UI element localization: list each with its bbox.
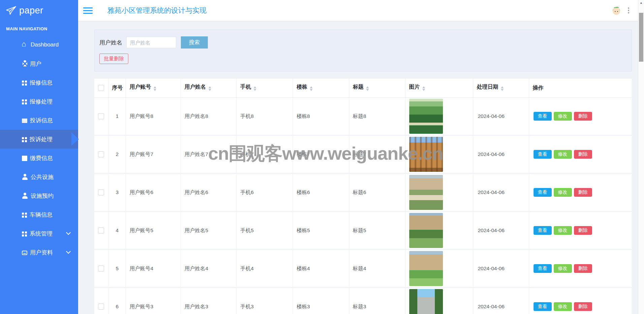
- sidebar-item-10[interactable]: 系统管理: [0, 224, 78, 243]
- user-avatar[interactable]: [611, 5, 622, 16]
- scrollbar-thumb[interactable]: [639, 13, 643, 62]
- search-input[interactable]: [126, 37, 176, 48]
- column-header-0: 序号: [108, 78, 126, 98]
- column-header-4[interactable]: 楼栋: [293, 78, 349, 98]
- grid-icon: [22, 213, 27, 218]
- page-scrollbar[interactable]: ▲: [638, 0, 644, 314]
- sidebar: paper MAIN NAVIGATION Dashboard用户报修信息报修处…: [0, 0, 78, 314]
- sidebar-item-6[interactable]: 缴费信息: [0, 149, 78, 167]
- sort-icon[interactable]: [254, 85, 256, 92]
- delete-button[interactable]: 删除: [574, 226, 592, 235]
- sidebar-item-label: 报修处理: [30, 98, 53, 105]
- cell-index: 5: [108, 250, 126, 288]
- cell-actions: 查看修改删除: [529, 250, 632, 288]
- select-all-checkbox[interactable]: [98, 85, 104, 91]
- view-button[interactable]: 查看: [534, 112, 552, 121]
- row-checkbox[interactable]: [98, 151, 104, 157]
- grid3-icon: [22, 156, 27, 161]
- kebab-menu-icon[interactable]: [626, 6, 631, 15]
- sidebar-item-9[interactable]: 车辆信息: [0, 205, 78, 224]
- batch-delete-button[interactable]: 批量删除: [99, 54, 128, 64]
- cell-phone: 手机4: [236, 250, 293, 288]
- sidebar-item-8[interactable]: 设施预约: [0, 186, 78, 205]
- table-row: 4用户账号5用户姓名5手机5楼栋5标题52024-04-06查看修改删除: [94, 212, 632, 250]
- column-header-7[interactable]: 处理日期: [473, 78, 529, 98]
- delete-button[interactable]: 删除: [574, 112, 592, 121]
- cell-account: 用户账号4: [126, 250, 181, 288]
- sidebar-item-11[interactable]: 用户资料: [0, 243, 78, 262]
- column-header-2[interactable]: 用户姓名: [181, 78, 236, 98]
- column-header-6[interactable]: 图片: [405, 78, 473, 98]
- row-checkbox[interactable]: [98, 265, 104, 272]
- cell-index: 2: [108, 135, 126, 174]
- sort-icon[interactable]: [501, 85, 504, 92]
- sidebar-item-4[interactable]: 投诉信息: [0, 111, 78, 130]
- grid-icon: [22, 231, 27, 237]
- sidebar-item-7[interactable]: 公共设施: [0, 167, 78, 186]
- sidebar-item-0[interactable]: Dashboard: [0, 35, 78, 54]
- cell-actions: 查看修改删除: [529, 135, 632, 174]
- column-header-5[interactable]: 标题: [349, 78, 405, 98]
- sort-icon[interactable]: [154, 85, 156, 92]
- view-button[interactable]: 查看: [534, 302, 552, 311]
- cell-account: 用户账号6: [126, 174, 181, 212]
- sidebar-item-5[interactable]: 投诉处理: [0, 130, 78, 149]
- sidebar-item-label: Dashboard: [31, 41, 59, 48]
- user-icon: [22, 174, 28, 180]
- column-header-3[interactable]: 手机: [236, 78, 293, 98]
- delete-button[interactable]: 删除: [574, 264, 592, 273]
- row-checkbox[interactable]: [98, 189, 104, 195]
- cell-date: 2024-04-06: [473, 135, 529, 174]
- logo-text: paper: [19, 5, 43, 16]
- edit-button[interactable]: 修改: [554, 226, 572, 235]
- edit-button[interactable]: 修改: [554, 112, 572, 121]
- cell-name: 用户姓名5: [181, 212, 236, 250]
- cell-title: 标题5: [349, 212, 405, 250]
- column-header-1[interactable]: 用户账号: [126, 78, 181, 98]
- row-checkbox[interactable]: [98, 227, 104, 233]
- sort-icon[interactable]: [366, 85, 369, 92]
- sidebar-item-2[interactable]: 报修信息: [0, 73, 78, 92]
- scrollbar-up-arrow-icon[interactable]: ▲: [638, 0, 644, 5]
- cell-photo: [405, 174, 473, 212]
- column-header-label: 手机: [240, 84, 251, 90]
- main-area: 雅苑小区管理系统的设计与实现 用户姓名 搜索 批量删除: [78, 0, 644, 314]
- table-header-row: 序号用户账号用户姓名手机楼栋标题图片处理日期操作: [94, 78, 632, 98]
- sort-icon[interactable]: [208, 85, 211, 92]
- sidebar-item-3[interactable]: 报修处理: [0, 92, 78, 111]
- sort-icon[interactable]: [422, 85, 425, 92]
- row-checkbox[interactable]: [98, 304, 104, 310]
- edit-button[interactable]: 修改: [554, 302, 572, 311]
- sidebar-item-label: 公共设施: [31, 173, 54, 181]
- cell-actions: 查看修改删除: [529, 212, 632, 250]
- cell-name: 用户姓名4: [181, 250, 236, 288]
- view-button[interactable]: 查看: [534, 264, 552, 273]
- delete-button[interactable]: 删除: [574, 150, 592, 159]
- orange-highrise-photo: [409, 137, 443, 172]
- sidebar-item-1[interactable]: 用户: [0, 54, 78, 73]
- list-icon: [22, 119, 27, 123]
- edit-button[interactable]: 修改: [554, 188, 572, 197]
- cell-building: 楼栋7: [293, 135, 349, 174]
- view-button[interactable]: 查看: [534, 188, 552, 197]
- edit-button[interactable]: 修改: [554, 150, 572, 159]
- edit-button[interactable]: 修改: [554, 264, 572, 273]
- cell-phone: 手机8: [236, 98, 293, 135]
- column-header-label: 楼栋: [297, 84, 308, 90]
- hamburger-menu-icon[interactable]: [83, 5, 93, 17]
- cell-title: 标题7: [349, 135, 405, 174]
- delete-button[interactable]: 删除: [574, 188, 592, 197]
- sidebar-item-label: 用户: [30, 60, 41, 68]
- row-checkbox[interactable]: [98, 113, 104, 119]
- delete-button[interactable]: 删除: [574, 302, 592, 311]
- view-button[interactable]: 查看: [534, 150, 552, 159]
- column-header-label: 操作: [533, 85, 544, 91]
- cell-index: 3: [108, 174, 126, 212]
- search-button[interactable]: 搜索: [181, 36, 208, 49]
- content: 用户姓名 搜索 批量删除 序号用户账号用户姓名手机楼栋标题图: [78, 21, 644, 314]
- cell-phone: 手机5: [236, 212, 293, 250]
- records-table: 序号用户账号用户姓名手机楼栋标题图片处理日期操作 1用户账号8用户姓名8手机8楼…: [94, 78, 632, 314]
- sort-icon[interactable]: [310, 85, 313, 92]
- cell-account: 用户账号5: [126, 212, 181, 250]
- view-button[interactable]: 查看: [534, 226, 552, 235]
